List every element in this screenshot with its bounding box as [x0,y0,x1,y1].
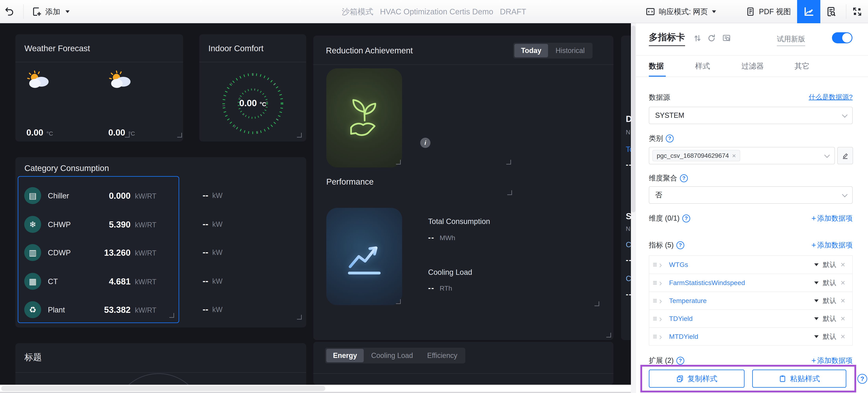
period-toggle: Today Historical [513,43,592,59]
energy-tabs-card[interactable]: Energy Cooling Load Efficiency [313,342,613,385]
datasource-help-link[interactable]: 什么是数据源? [636,93,852,102]
copy-style-button[interactable]: 复制样式 [649,369,745,388]
dashboard-editor: 添加 沙箱模式 HVAC Optimization Certis Demo DR… [0,0,868,393]
response-mode-icon [646,7,655,17]
help-icon[interactable]: ? [666,134,674,143]
tab-efficiency[interactable]: Efficiency [421,349,464,362]
caret-down-icon[interactable] [814,335,818,338]
help-icon[interactable]: ? [676,357,684,365]
performance-trend-widget[interactable] [326,208,402,305]
chevron-down-icon [824,152,830,158]
vertical-scrollbar[interactable] [631,23,636,393]
add-metric-link[interactable]: + 添加数据项 [811,240,852,250]
indicator-row[interactable]: ≡ › FarmStatisticsWindspeed 默认 × [649,274,852,292]
card-divider [16,62,183,62]
add-widget-button[interactable]: 添加 [32,0,70,23]
tab-today[interactable]: Today [514,44,548,57]
add-widget-label: 添加 [45,7,60,17]
tab-other[interactable]: 其它 [795,61,809,71]
trend-up-icon [341,233,388,280]
remove-icon[interactable]: × [841,260,845,269]
add-extend-link[interactable]: + 添加数据项 [811,356,852,365]
card-divider [199,62,306,62]
sort-icon[interactable] [693,33,702,43]
dashboard-canvas[interactable]: Weather Forecast 0.00°C 5.39% [0,23,631,393]
indoor-comfort-card[interactable]: Indoor Comfort 0.00°C [199,34,306,142]
indicator-row[interactable]: ≡ › WTGs 默认 × [649,256,852,274]
tab-filter[interactable]: 过滤器 [741,61,764,71]
caret-down-icon[interactable] [814,299,818,302]
resize-handle[interactable] [297,133,302,138]
horizontal-scrollbar[interactable] [0,385,631,393]
clipped-card[interactable]: D N To -- S N C -- C -- [621,36,631,340]
tab-style[interactable]: 样式 [695,61,710,71]
selected-widget-outline[interactable]: ▤ Chiller 0.000 kW/RT ❄ CHWP 5.390 kW/RT… [18,176,179,323]
edit-category-button[interactable] [837,147,853,164]
try-new-version-label: 试用新版 [777,34,805,46]
drag-handle-icon[interactable]: ≡ [653,314,657,323]
undo-button[interactable] [4,0,14,23]
resize-handle[interactable] [297,315,302,320]
category-label: 类别 [649,133,663,143]
tab-historical[interactable]: Historical [549,44,591,57]
chevron-down-icon [842,112,847,118]
resize-handle[interactable] [507,190,512,195]
help-icon[interactable]: ? [682,214,690,222]
add-dimension-link[interactable]: + 添加数据项 [811,214,852,223]
help-icon[interactable]: ? [676,241,684,249]
scrollbar-thumb[interactable] [1,386,325,391]
help-icon[interactable]: ? [680,174,688,182]
refresh-icon[interactable] [707,33,716,43]
resize-handle[interactable] [396,160,401,164]
tab-cooling-load[interactable]: Cooling Load [365,349,420,362]
tab-data[interactable]: 数据 [649,61,664,71]
indicator-row[interactable]: ≡ › MTDYield 默认 × [649,327,852,345]
indicator-row[interactable]: ≡ › TDYield 默认 × [649,309,852,327]
card-preview-icon[interactable] [722,33,731,43]
drag-handle-icon[interactable]: ≡ [653,278,657,287]
resize-handle[interactable] [506,160,511,164]
remove-icon[interactable]: × [841,314,845,323]
metric-value: --MWh [428,233,455,242]
chevron-right-icon: › [659,297,662,304]
resize-handle[interactable] [594,301,599,306]
fullscreen-button[interactable] [852,0,863,23]
caret-down-icon[interactable] [814,318,818,320]
title-card[interactable]: 标题 [16,343,306,389]
resize-handle[interactable] [606,333,611,337]
remove-icon[interactable]: × [841,296,845,305]
help-icon[interactable]: ? [857,374,867,384]
drag-handle-icon[interactable]: ≡ [653,332,657,341]
info-icon[interactable]: i [420,138,430,148]
resize-handle[interactable] [125,133,130,138]
paste-style-button[interactable]: 粘贴样式 [752,369,846,388]
resize-handle[interactable] [396,299,401,304]
gauge-value: 0.00°C [199,98,306,108]
extend-label: 扩展 (2) [649,356,674,365]
drag-handle-icon[interactable]: ≡ [653,297,657,305]
caret-down-icon[interactable] [814,263,818,266]
tab-energy[interactable]: Energy [326,349,364,362]
resize-handle[interactable] [177,133,182,138]
reduction-achievement-card[interactable]: Reduction Achievement Today Historical i [313,36,613,340]
drag-handle-icon[interactable]: ≡ [653,261,657,269]
indicator-row[interactable]: ≡ › Temperature 默认 × [649,292,852,309]
category-consumption-card[interactable]: Category Consumption ▤ Chiller 0.000 kW/… [16,157,306,327]
preview-document-button[interactable] [826,0,836,23]
resize-handle[interactable] [169,313,174,318]
reduction-plant-widget[interactable] [326,68,402,168]
chart-edit-button[interactable] [797,0,820,23]
category-select[interactable]: pgc_csv_1687094629674 × [649,147,835,164]
pdf-view-button[interactable]: PDF 视图 [746,0,791,23]
weather-forecast-card[interactable]: Weather Forecast 0.00°C 5.39% [16,34,183,142]
datasource-select[interactable]: SYSTEM [649,107,852,124]
tag-close-icon[interactable]: × [732,152,736,159]
scrollbar-thumb[interactable] [631,26,636,212]
remove-icon[interactable]: × [841,332,845,341]
response-mode-dropdown[interactable]: 响应模式: 网页 [646,0,717,23]
try-new-version-toggle[interactable] [832,32,852,43]
caret-down-icon[interactable] [814,281,818,284]
remove-icon[interactable]: × [841,278,845,287]
category-label-row: 类别 ? [649,133,674,143]
dim-agg-select[interactable]: 否 [649,186,852,204]
